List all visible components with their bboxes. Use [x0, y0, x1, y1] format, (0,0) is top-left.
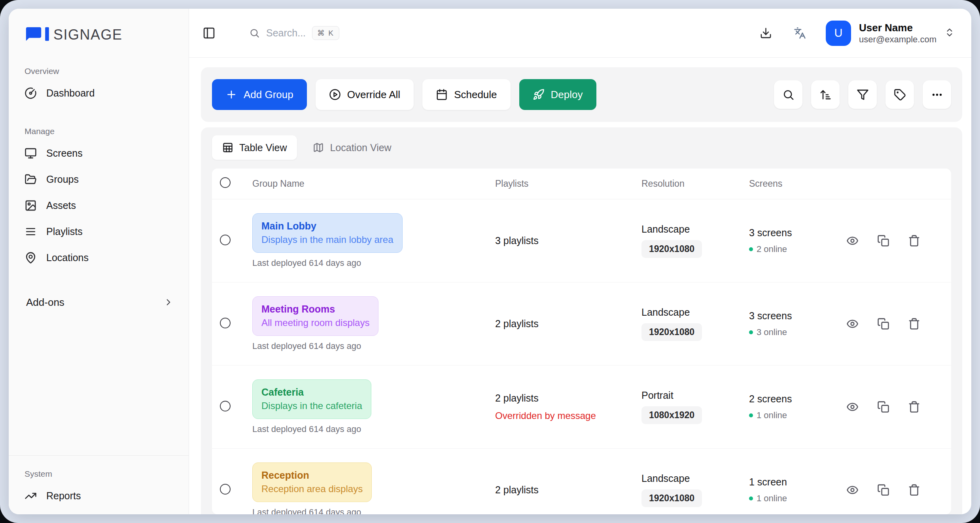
column-playlists: Playlists	[495, 178, 641, 189]
pisignage-logo-icon	[25, 26, 49, 44]
sidebar-item-dashboard[interactable]: Dashboard	[9, 80, 189, 106]
eye-icon	[846, 484, 859, 496]
group-description: Displays in the main lobby area	[261, 233, 394, 246]
resolution-badge: 1920x1080	[641, 323, 702, 341]
add-group-label: Add Group	[244, 89, 293, 101]
group-toolbar: Add Group Override All Schedule Deploy	[201, 67, 962, 122]
funnel-icon	[857, 89, 869, 101]
sidebar-item-label: Playlists	[46, 226, 83, 237]
languages-icon	[794, 27, 806, 39]
screens-count: 3 screens	[749, 227, 843, 239]
user-info: User Name user@example.com	[859, 21, 936, 45]
view-group-button[interactable]	[846, 483, 859, 497]
screens-count: 2 screens	[749, 393, 843, 405]
sidebar-item-reports[interactable]: Reports	[9, 483, 189, 509]
orientation: Landscape	[641, 307, 749, 318]
online-status-dot	[749, 247, 753, 251]
sidebar-item-addons[interactable]: Add-ons	[9, 290, 189, 315]
sidebar-section-manage: Manage	[9, 127, 189, 136]
trending-up-icon	[25, 490, 37, 502]
table-row: Meeting Rooms All meeting room displays …	[212, 282, 951, 366]
sidebar-item-playlists[interactable]: Playlists	[9, 218, 189, 244]
eye-icon	[846, 235, 859, 247]
schedule-button[interactable]: Schedule	[422, 79, 510, 110]
copy-icon	[877, 235, 889, 247]
delete-group-button[interactable]	[907, 317, 921, 331]
monitor-icon	[25, 147, 37, 159]
sidebar-item-label: Dashboard	[46, 87, 95, 99]
online-status-dot	[749, 330, 753, 334]
schedule-label: Schedule	[454, 89, 497, 101]
last-deployed: Last deployed 614 days ago	[252, 424, 495, 434]
sidebar-item-label: Reports	[46, 490, 81, 502]
resolution-badge: 1920x1080	[641, 489, 702, 507]
add-group-button[interactable]: Add Group	[212, 79, 307, 110]
playlists-count: 3 playlists	[495, 235, 641, 246]
map-pin-icon	[25, 252, 37, 264]
trash-icon	[908, 235, 920, 247]
more-actions-button[interactable]	[923, 80, 951, 109]
eye-icon	[846, 318, 859, 330]
copy-icon	[877, 484, 889, 496]
duplicate-group-button[interactable]	[876, 483, 890, 497]
play-circle-icon	[329, 89, 341, 100]
sidebar-toggle-button[interactable]	[201, 25, 217, 41]
row-checkbox[interactable]	[220, 401, 231, 411]
playlists-count: 2 playlists	[495, 392, 641, 404]
table-search-button[interactable]	[774, 80, 802, 109]
download-icon	[760, 27, 772, 39]
table-header: Group Name Playlists Resolution Screens	[212, 169, 951, 199]
column-resolution: Resolution	[641, 178, 749, 189]
search-input[interactable]: Search... ⌘ K	[249, 26, 339, 40]
search-shortcut-badge: ⌘ K	[312, 26, 339, 40]
duplicate-group-button[interactable]	[876, 317, 890, 331]
chevron-right-icon	[163, 297, 174, 307]
view-group-button[interactable]	[846, 400, 859, 414]
delete-group-button[interactable]	[907, 400, 921, 414]
tab-table-view[interactable]: Table View	[212, 135, 297, 160]
row-checkbox[interactable]	[220, 484, 231, 495]
delete-group-button[interactable]	[907, 483, 921, 497]
group-badge[interactable]: Main Lobby Displays in the main lobby ar…	[252, 213, 403, 252]
sidebar-item-groups[interactable]: Groups	[9, 166, 189, 192]
group-badge[interactable]: Cafeteria Displays in the cafeteria	[252, 379, 371, 419]
sort-button[interactable]	[811, 80, 840, 109]
row-checkbox[interactable]	[220, 318, 231, 328]
delete-group-button[interactable]	[907, 234, 921, 248]
duplicate-group-button[interactable]	[876, 400, 890, 414]
tags-button[interactable]	[885, 80, 914, 109]
sidebar-item-assets[interactable]: Playlists Assets	[9, 192, 189, 218]
select-all-checkbox[interactable]	[220, 177, 231, 188]
online-count: 1 online	[757, 493, 787, 504]
orientation: Landscape	[641, 224, 749, 235]
duplicate-group-button[interactable]	[876, 234, 890, 248]
user-menu[interactable]: U User Name user@example.com	[826, 21, 955, 46]
download-button[interactable]	[758, 25, 774, 41]
panel-left-icon	[202, 27, 216, 40]
topbar: Search... ⌘ K U User Name user@example.c…	[189, 9, 971, 58]
column-screens: Screens	[749, 178, 843, 189]
trash-icon	[908, 484, 920, 496]
sidebar-item-label: Screens	[46, 148, 83, 159]
group-badge[interactable]: Meeting Rooms All meeting room displays	[252, 296, 378, 335]
sidebar-item-screens[interactable]: Screens	[9, 140, 189, 166]
row-checkbox[interactable]	[220, 235, 231, 245]
playlists-count: 2 playlists	[495, 484, 641, 496]
online-count: 3 online	[757, 327, 787, 337]
group-name: Meeting Rooms	[261, 303, 369, 316]
trash-icon	[908, 401, 920, 413]
sidebar-item-label: Assets	[46, 200, 76, 211]
sidebar-item-locations[interactable]: Locations	[9, 244, 189, 271]
group-badge[interactable]: Reception Reception area displays	[252, 462, 372, 502]
tab-location-view[interactable]: Location View	[303, 135, 401, 160]
view-group-button[interactable]	[846, 317, 859, 331]
filter-button[interactable]	[848, 80, 877, 109]
deploy-button[interactable]: Deploy	[519, 79, 596, 110]
view-group-button[interactable]	[846, 234, 859, 248]
language-button[interactable]	[792, 25, 808, 41]
tag-icon	[894, 89, 906, 101]
column-group-name: Group Name	[242, 178, 495, 189]
override-status: Overridden by message	[495, 410, 641, 421]
orientation: Landscape	[641, 473, 749, 484]
override-all-button[interactable]: Override All	[316, 79, 414, 110]
